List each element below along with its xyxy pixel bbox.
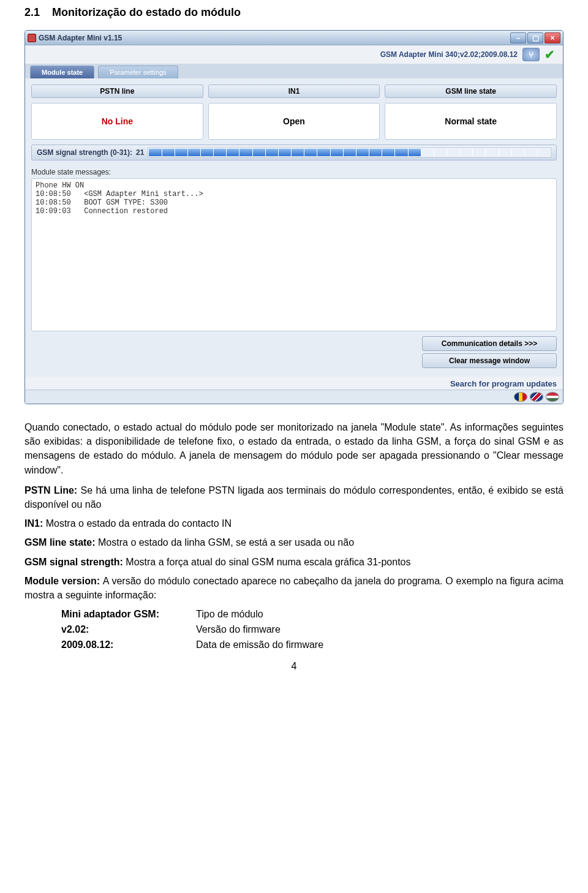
window-title: GSM Adapter Mini v1.15 bbox=[39, 34, 122, 42]
signal-segment bbox=[434, 149, 447, 156]
header-gsm-line-state: GSM line state bbox=[385, 85, 557, 98]
sub-key: Mini adaptador GSM: bbox=[61, 607, 196, 621]
signal-segment bbox=[356, 149, 369, 156]
signal-segment bbox=[162, 149, 175, 156]
def-val: Mostra o estado da linha GSM, se está a … bbox=[98, 537, 354, 548]
def-key: IN1: bbox=[24, 518, 43, 529]
communication-details-button[interactable]: Communication details >>> bbox=[422, 336, 557, 351]
value-pstn-line: No Line bbox=[31, 103, 203, 140]
signal-segment bbox=[253, 149, 265, 156]
flag-hu-icon[interactable] bbox=[546, 392, 559, 402]
signal-strength-row: GSM signal strength (0-31): 21 bbox=[31, 145, 557, 160]
close-button[interactable]: × bbox=[545, 32, 560, 43]
sub-val: Tipo de módulo bbox=[196, 607, 263, 621]
search-updates-link[interactable]: Search for program updates bbox=[25, 377, 563, 390]
signal-segment bbox=[447, 149, 459, 156]
signal-segment bbox=[538, 149, 550, 156]
signal-segment bbox=[239, 149, 252, 156]
app-icon bbox=[28, 34, 36, 42]
device-bar: GSM Adapter Mini 340;v2.02;2009.08.12 ⑂ … bbox=[25, 45, 563, 64]
def-val: A versão do módulo conectado aparece no … bbox=[24, 576, 564, 600]
document-body: Quando conectado, o estado actual do mód… bbox=[24, 420, 564, 652]
signal-segment bbox=[149, 149, 161, 156]
signal-segment bbox=[460, 149, 472, 156]
def-key: Module version: bbox=[24, 576, 100, 586]
section-title: Monitorização do estado do módulo bbox=[52, 6, 241, 18]
minimize-button[interactable]: – bbox=[510, 32, 526, 43]
titlebar: GSM Adapter Mini v1.15 – ▢ × bbox=[25, 31, 563, 45]
signal-segment bbox=[499, 149, 511, 156]
signal-segment bbox=[292, 149, 304, 156]
usb-icon: ⑂ bbox=[522, 48, 540, 61]
def-val: Se há uma linha de telefone PSTN ligada … bbox=[24, 485, 564, 510]
signal-strength-value: 21 bbox=[136, 148, 144, 157]
signal-segment bbox=[512, 149, 524, 156]
signal-segment bbox=[395, 149, 407, 156]
header-pstn-line: PSTN line bbox=[31, 85, 203, 98]
signal-segment bbox=[227, 149, 239, 156]
tab-parameter-settings[interactable]: Parameter settings bbox=[98, 66, 178, 78]
doc-paragraph: Quando conectado, o estado actual do mód… bbox=[24, 420, 564, 477]
flag-ro-icon[interactable] bbox=[514, 392, 527, 402]
signal-strength-bar bbox=[148, 148, 551, 157]
signal-segment bbox=[214, 149, 226, 156]
signal-segment bbox=[473, 149, 485, 156]
signal-segment bbox=[421, 149, 434, 156]
main-area: PSTN line IN1 GSM line state No Line Ope… bbox=[25, 78, 563, 377]
def-val: Mostra a força atual do sinal GSM numa e… bbox=[126, 557, 410, 567]
def-key: GSM line state: bbox=[24, 537, 96, 548]
flag-uk-icon[interactable] bbox=[530, 392, 543, 402]
value-gsm-line-state: Normal state bbox=[385, 103, 557, 140]
signal-strength-label: GSM signal strength (0-31): bbox=[37, 148, 132, 157]
tab-module-state[interactable]: Module state bbox=[30, 66, 94, 78]
signal-segment bbox=[382, 149, 394, 156]
clear-message-window-button[interactable]: Clear message window bbox=[422, 353, 557, 368]
signal-segment bbox=[188, 149, 200, 156]
statusbar bbox=[25, 390, 563, 404]
maximize-button[interactable]: ▢ bbox=[527, 32, 543, 43]
doc-sublist: Mini adaptador GSM:Tipo de módulo v2.02:… bbox=[61, 607, 564, 652]
app-window: GSM Adapter Mini v1.15 – ▢ × GSM Adapter… bbox=[24, 30, 564, 404]
page-number: 4 bbox=[24, 661, 564, 672]
signal-segment bbox=[369, 149, 382, 156]
section-number: 2.1 bbox=[24, 6, 40, 18]
messages-label: Module state messages: bbox=[31, 168, 557, 176]
def-val: Mostra o estado da entrada do contacto I… bbox=[46, 518, 232, 529]
device-info: GSM Adapter Mini 340;v2.02;2009.08.12 bbox=[380, 50, 518, 59]
signal-segment bbox=[266, 149, 278, 156]
signal-segment bbox=[175, 149, 187, 156]
sub-key: v2.02: bbox=[61, 622, 196, 636]
messages-box[interactable]: Phone HW ON 10:08:50 <GSM Adapter Mini s… bbox=[31, 178, 557, 331]
sub-val: Data de emissão do firmware bbox=[196, 638, 323, 652]
signal-segment bbox=[409, 149, 421, 156]
signal-segment bbox=[279, 149, 291, 156]
signal-segment bbox=[201, 149, 213, 156]
check-icon: ✔ bbox=[541, 48, 558, 61]
def-key: PSTN Line: bbox=[24, 485, 77, 495]
tabs: Module state Parameter settings bbox=[25, 64, 563, 78]
signal-segment bbox=[486, 149, 498, 156]
signal-segment bbox=[317, 149, 330, 156]
def-key: GSM signal strength: bbox=[24, 557, 123, 567]
signal-segment bbox=[304, 149, 317, 156]
header-in1: IN1 bbox=[208, 85, 380, 98]
signal-segment bbox=[344, 149, 356, 156]
sub-val: Versão do firmware bbox=[196, 622, 281, 636]
value-in1: Open bbox=[208, 103, 380, 140]
signal-segment bbox=[331, 149, 343, 156]
sub-key: 2009.08.12: bbox=[61, 638, 196, 652]
signal-segment bbox=[525, 149, 537, 156]
